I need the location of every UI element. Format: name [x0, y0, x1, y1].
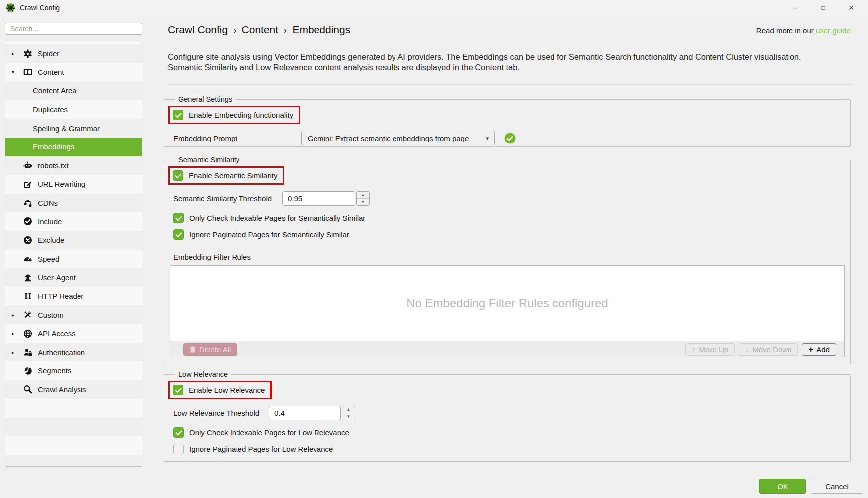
sidebar-item-custom[interactable]: ▸ Custom [5, 305, 142, 324]
sidebar-item-label: Segments [38, 366, 72, 375]
breadcrumb-separator: › [233, 25, 236, 36]
pie-icon [22, 366, 34, 375]
sidebar-item-speed[interactable]: Speed [5, 250, 142, 269]
sidebar-item-label: Content Area [33, 86, 77, 95]
sidebar-item-label: HTTP Header [38, 292, 83, 300]
low-relevance-threshold-spinner: ▲ ▼ [342, 406, 355, 420]
spinner-up-icon[interactable]: ▲ [357, 192, 369, 199]
enable-semantic-similarity-checkbox[interactable] [173, 170, 183, 181]
sidebar-item-user-agent[interactable]: User-Agent [5, 268, 142, 287]
sidebar-item-label: API Access [38, 329, 76, 338]
move-up-button[interactable]: ↑ Move Up [685, 343, 735, 356]
user-lock-icon [22, 348, 34, 356]
general-settings-legend: General Settings [175, 95, 235, 103]
ignore-paginated-low-relevance-checkbox[interactable] [173, 444, 184, 454]
sidebar-item-cdns[interactable]: CDNs [5, 194, 142, 213]
general-settings-section: General Settings Enable Embedding functi… [164, 95, 851, 147]
edit-icon [22, 180, 34, 189]
sidebar-empty-row [5, 436, 142, 455]
window-controls: – □ ✕ [782, 0, 865, 16]
chevron-right-icon[interactable]: ▸ [12, 51, 22, 56]
trash-icon [190, 346, 196, 353]
breadcrumb-embeddings[interactable]: Embeddings [292, 24, 350, 36]
sidebar-item-authentication[interactable]: ▸ Authentication [5, 343, 142, 362]
chevron-right-icon[interactable]: ▸ [12, 350, 22, 355]
breadcrumb: Crawl Config › Content › Embeddings [168, 24, 350, 36]
only-indexable-semantic-checkbox[interactable] [173, 213, 184, 223]
ok-button[interactable]: OK [759, 479, 806, 494]
spinner-down-icon[interactable]: ▼ [357, 199, 369, 205]
low-relevance-legend: Low Relevance [175, 370, 231, 378]
only-indexable-semantic-label: Only Check Indexable Pages for Semantica… [189, 214, 365, 222]
close-icon[interactable]: ✕ [837, 0, 865, 16]
maximize-icon[interactable]: □ [809, 0, 837, 16]
low-relevance-threshold-input[interactable] [269, 406, 341, 420]
dialog-footer: OK Cancel [759, 479, 863, 494]
sidebar-item-include[interactable]: Include [5, 212, 142, 231]
low-relevance-threshold-row: Low Relevance Threshold ▲ ▼ [173, 406, 841, 420]
sidebar-item-label: URL Rewriting [38, 180, 85, 188]
annotation-box-enable-embedding: Enable Embedding functionality [168, 106, 300, 124]
chevron-right-icon[interactable]: ▸ [12, 312, 22, 318]
only-indexable-low-relevance-checkbox[interactable] [173, 427, 184, 438]
semantic-threshold-label: Semantic Similarity Threshold [173, 194, 282, 203]
page-description: Configure site analysis using Vector Emb… [168, 52, 801, 72]
sidebar-item-spelling-grammar[interactable]: Spelling & Grammar [5, 119, 142, 138]
embedding-prompt-select[interactable]: Gemini: Extract semantic embeddings from… [301, 131, 495, 145]
sidebar-item-url-rewriting[interactable]: URL Rewriting [5, 175, 142, 194]
user-guide-link[interactable]: user guide [816, 26, 851, 35]
sidebar-item-api-access[interactable]: ▸ API Access [5, 324, 142, 343]
plus-icon: + [808, 346, 813, 353]
enable-semantic-similarity-label: Enable Semantic Similarity [189, 171, 277, 180]
sidebar-item-spider[interactable]: ▸ Spider [5, 44, 142, 63]
rules-toolbar: Delete All ↑ Move Up ↓ Move Down + Add [170, 341, 844, 357]
screaming-frog-logo-icon [5, 3, 16, 13]
semantic-threshold-input[interactable] [282, 191, 355, 206]
magnifier-icon [22, 385, 34, 394]
enable-embedding-checkbox[interactable] [173, 110, 183, 120]
sidebar-item-crawl-analysis[interactable]: Crawl Analysis [5, 380, 142, 399]
minimize-icon[interactable]: – [782, 0, 809, 16]
sidebar-item-robots-txt[interactable]: robots.txt [5, 156, 142, 175]
embedding-prompt-row: Embedding Prompt Gemini: Extract semanti… [173, 131, 841, 145]
divider [168, 84, 851, 85]
sidebar-item-content[interactable]: ▾ Content [5, 63, 142, 82]
search-input[interactable] [5, 23, 142, 35]
network-icon [22, 199, 34, 208]
sidebar-item-http-header[interactable]: H HTTP Header [5, 287, 142, 306]
sidebar-item-embeddings[interactable]: Embeddings [5, 138, 142, 156]
letter-h-icon: H [22, 292, 34, 300]
annotation-box-enable-low-relevance: Enable Low Relevance [168, 381, 272, 399]
breadcrumb-content[interactable]: Content [242, 24, 279, 36]
cancel-button[interactable]: Cancel [811, 479, 863, 494]
spinner-down-icon[interactable]: ▼ [342, 413, 355, 420]
sidebar-empty-row [5, 455, 142, 467]
sidebar-item-segments[interactable]: Segments [5, 361, 142, 380]
semantic-threshold-spinner: ▲ ▼ [356, 191, 370, 206]
sidebar-item-exclude[interactable]: Exclude [5, 231, 142, 250]
delete-all-button[interactable]: Delete All [183, 343, 237, 356]
chevron-right-icon[interactable]: ▸ [12, 331, 22, 336]
semantic-similarity-legend: Semantic Similarity [175, 156, 242, 164]
globe-icon [22, 329, 34, 338]
ignore-paginated-semantic-checkbox[interactable] [173, 229, 184, 240]
sidebar-item-duplicates[interactable]: Duplicates [5, 100, 142, 119]
sidebar-item-label: Spelling & Grammar [33, 124, 100, 133]
low-relevance-threshold-label: Low Relevance Threshold [173, 409, 269, 417]
sidebar-empty-row [5, 418, 142, 436]
config-tree: ▸ Spider ▾ Content Content Area Duplicat… [5, 42, 142, 467]
breadcrumb-crawl-config[interactable]: Crawl Config [168, 24, 228, 36]
breadcrumb-separator: › [284, 25, 287, 36]
robot-icon [22, 161, 34, 170]
sidebar-item-content-area[interactable]: Content Area [5, 81, 142, 100]
ignore-paginated-semantic-row: Ignore Paginated Pages for Semantically … [173, 229, 841, 240]
sidebar-item-label: User-Agent [38, 273, 76, 282]
speedometer-icon [22, 254, 34, 263]
low-relevance-section: Low Relevance Enable Low Relevance Low R… [164, 370, 851, 462]
move-down-button[interactable]: ↓ Move Down [739, 343, 798, 356]
chevron-down-icon[interactable]: ▾ [12, 70, 22, 75]
spinner-up-icon[interactable]: ▲ [342, 406, 355, 413]
crawl-config-window: Crawl Config – □ ✕ ▸ Spider ▾ Content Co… [0, 0, 868, 498]
enable-low-relevance-checkbox[interactable] [173, 385, 183, 395]
add-button[interactable]: + Add [802, 343, 836, 356]
